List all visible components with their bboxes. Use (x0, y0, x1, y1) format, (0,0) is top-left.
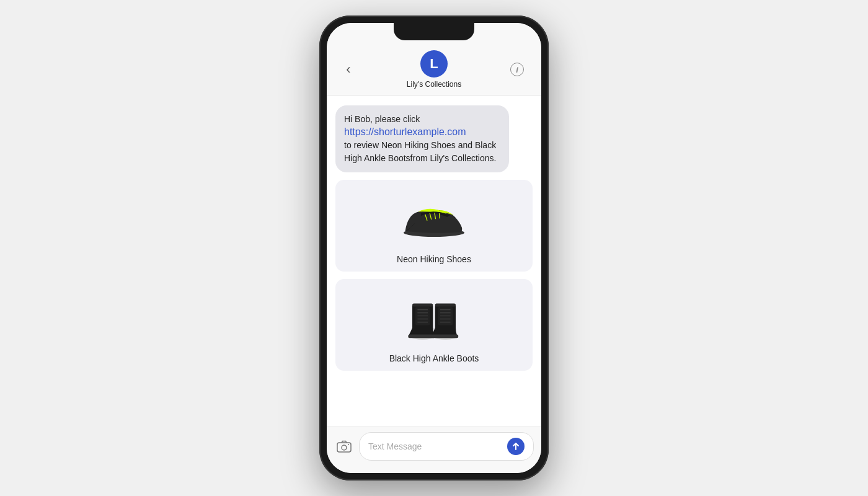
camera-button[interactable] (334, 436, 354, 456)
black-boot-icon (403, 293, 465, 342)
product-image-boots (343, 286, 525, 348)
phone-notch (394, 23, 474, 40)
back-button[interactable]: ‹ (339, 61, 358, 78)
header-center: L Lily's Collections (407, 50, 461, 89)
message-text-body: to review Neon Hiking Shoes and Black Hi… (344, 139, 500, 165)
svg-rect-15 (412, 304, 433, 307)
avatar: L (420, 50, 448, 78)
product-name-boots: Black High Ankle Boots (389, 353, 479, 363)
message-bubble: Hi Bob, please click https://shorturlexa… (335, 105, 509, 172)
send-icon (512, 442, 520, 451)
product-image-neon (343, 187, 525, 249)
neon-shoe-icon (400, 197, 468, 240)
svg-rect-17 (432, 335, 458, 339)
info-button[interactable]: i (510, 63, 529, 76)
message-link[interactable]: https://shorturlexample.com (344, 126, 466, 137)
message-text-before: Hi Bob, please click (344, 114, 420, 124)
text-input-wrapper[interactable]: Text Message (359, 432, 534, 461)
camera-icon (337, 440, 352, 453)
input-area: Text Message (327, 427, 541, 473)
send-button[interactable] (507, 438, 525, 455)
product-card-black-boots[interactable]: Black High Ankle Boots (335, 279, 533, 371)
svg-line-4 (439, 213, 440, 218)
text-input-placeholder: Text Message (368, 441, 422, 451)
phone-screen: ‹ L Lily's Collections i Hi Bob, please … (327, 23, 541, 473)
product-name-neon: Neon Hiking Shoes (397, 254, 471, 264)
svg-rect-24 (435, 304, 456, 307)
svg-rect-8 (408, 335, 435, 339)
phone-frame: ‹ L Lily's Collections i Hi Bob, please … (319, 16, 549, 480)
product-card-neon-shoes[interactable]: Neon Hiking Shoes (335, 180, 533, 272)
info-icon: i (510, 63, 524, 76)
messages-area: Hi Bob, please click https://shorturlexa… (327, 95, 541, 427)
contact-name: Lily's Collections (407, 80, 461, 89)
svg-point-27 (348, 444, 349, 445)
svg-point-26 (342, 445, 347, 450)
